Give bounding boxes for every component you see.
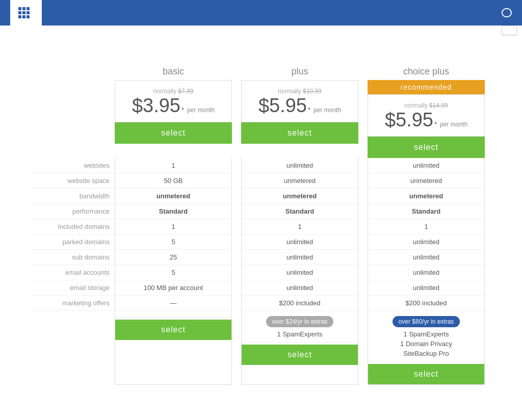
select-btn-top-plus[interactable]: select bbox=[241, 122, 358, 144]
cell-choice-plus-parked_domains: unlimited bbox=[368, 234, 484, 250]
price-dollar-basic: $3.95 bbox=[132, 95, 180, 117]
page-content: basicnormally $7.99$3.95*per monthselect… bbox=[0, 25, 522, 405]
feature-label-included_domains: included domains bbox=[31, 219, 115, 234]
cell-basic-sub_domains: 25 bbox=[115, 250, 231, 265]
price-row-choice-plus: $5.95*per month bbox=[376, 109, 476, 131]
extras-section-plus: over $24/yr in extras1 SpamExperts bbox=[242, 311, 358, 343]
cell-plus-website_space: unmetered bbox=[242, 173, 358, 189]
feature-label-website_space: website space bbox=[31, 173, 115, 189]
feature-label-performance: performance bbox=[31, 204, 115, 219]
price-dollar-plus: $5.95 bbox=[258, 95, 307, 117]
extra-item-choice-plus: SiteBackup Pro bbox=[370, 349, 482, 358]
feature-col-plus: unlimitedunmeteredunmeteredStandard1unli… bbox=[241, 158, 358, 385]
cell-choice-plus-email_storage: unlimited bbox=[368, 280, 484, 296]
cell-plus-email_storage: unlimited bbox=[242, 280, 358, 296]
normally-plus: normally $10.99 bbox=[250, 88, 350, 95]
feature-label-marketing_offers: marketing offers bbox=[31, 296, 115, 311]
feature-label-websites: websites bbox=[31, 158, 115, 173]
price-row-basic: $3.95*per month bbox=[123, 95, 223, 117]
cell-plus-bandwidth: unmetered bbox=[242, 189, 358, 204]
price-section-plus: normally $10.99$5.95*per month bbox=[241, 80, 358, 122]
price-per-basic: per month bbox=[187, 107, 215, 114]
cell-choice-plus-performance: Standard bbox=[368, 204, 484, 219]
cell-basic-websites: 1 bbox=[115, 158, 231, 173]
cell-basic-email_accounts: 5 bbox=[115, 265, 231, 280]
cell-plus-parked_domains: unlimited bbox=[242, 234, 358, 250]
plan-feature-columns: 150 GBunmeteredStandard15255100 MB per a… bbox=[115, 158, 491, 385]
cell-choice-plus-email_accounts: unlimited bbox=[368, 265, 484, 280]
features-area: websiteswebsite spacebandwidthperformanc… bbox=[31, 158, 491, 385]
cell-plus-websites: unlimited bbox=[242, 158, 358, 173]
price-dollar-choice-plus: $5.95 bbox=[385, 109, 433, 131]
cell-basic-bandwidth: unmetered bbox=[115, 189, 231, 204]
plan-col-plus: plusnormally $10.99$5.95*per monthselect bbox=[241, 61, 358, 158]
feature-col-basic: 150 GBunmeteredStandard15255100 MB per a… bbox=[115, 158, 232, 385]
plan-name-basic: basic bbox=[115, 61, 232, 80]
chat-bubble-icon bbox=[502, 8, 512, 17]
cell-plus-marketing_offers: $200 included bbox=[242, 296, 358, 311]
cell-basic-performance: Standard bbox=[115, 204, 231, 219]
have-questions-tooltip bbox=[502, 25, 517, 35]
recommended-badge-choice-plus: recommended bbox=[368, 80, 485, 94]
cell-plus-email_accounts: unlimited bbox=[242, 265, 358, 280]
select-btn-top-basic[interactable]: select bbox=[115, 122, 232, 144]
extras-section-choice-plus: over $80/yr in extras1 SpamExperts1 Doma… bbox=[368, 311, 484, 362]
price-asterisk-basic: * bbox=[181, 107, 184, 113]
feature-label-bandwidth: bandwidth bbox=[31, 189, 115, 204]
select-btn-bottom-basic[interactable]: select bbox=[115, 320, 231, 340]
price-per-choice-plus: per month bbox=[440, 121, 467, 128]
cell-choice-plus-sub_domains: unlimited bbox=[368, 250, 484, 265]
extras-badge-choice-plus: over $80/yr in extras bbox=[393, 316, 460, 327]
price-section-choice-plus: normally $14.99$5.95*per month bbox=[368, 94, 485, 137]
feature-col-choice-plus: unlimitedunmeteredunmeteredStandard1unli… bbox=[368, 158, 485, 385]
cell-choice-plus-websites: unlimited bbox=[368, 158, 484, 173]
plan-col-basic: basicnormally $7.99$3.95*per monthselect bbox=[115, 61, 232, 158]
plan-name-choice-plus: choice plus bbox=[368, 61, 485, 80]
extras-section-basic bbox=[115, 311, 231, 318]
header bbox=[0, 0, 522, 25]
cell-choice-plus-bandwidth: unmetered bbox=[368, 189, 484, 204]
plans-top-section: basicnormally $7.99$3.95*per monthselect… bbox=[31, 61, 491, 158]
cell-plus-performance: Standard bbox=[242, 204, 358, 219]
extra-item-choice-plus: 1 Domain Privacy bbox=[370, 339, 482, 349]
price-asterisk-choice-plus: * bbox=[434, 121, 437, 127]
select-btn-bottom-choice-plus[interactable]: select bbox=[368, 364, 484, 384]
price-row-plus: $5.95*per month bbox=[250, 95, 350, 117]
cell-basic-email_storage: 100 MB per account bbox=[115, 280, 231, 296]
cell-basic-marketing_offers: — bbox=[115, 296, 231, 311]
select-btn-top-choice-plus[interactable]: select bbox=[368, 137, 485, 158]
label-spacer bbox=[31, 61, 115, 158]
cell-basic-included_domains: 1 bbox=[115, 219, 231, 234]
extra-item-choice-plus: 1 SpamExperts bbox=[370, 329, 482, 339]
cell-choice-plus-website_space: unmetered bbox=[368, 173, 484, 189]
cell-choice-plus-included_domains: 1 bbox=[368, 219, 484, 234]
cell-basic-parked_domains: 5 bbox=[115, 234, 231, 250]
normally-basic: normally $7.99 bbox=[123, 88, 223, 95]
price-per-plus: per month bbox=[314, 107, 341, 114]
plan-headers: basicnormally $7.99$3.95*per monthselect… bbox=[115, 61, 485, 158]
cell-plus-sub_domains: unlimited bbox=[242, 250, 358, 265]
normally-choice-plus: normally $14.99 bbox=[376, 102, 476, 109]
select-btn-bottom-plus[interactable]: select bbox=[242, 345, 358, 365]
chat-button[interactable] bbox=[499, 8, 512, 17]
feature-label-parked_domains: parked domains bbox=[31, 234, 115, 250]
feature-label-email_accounts: email accounts bbox=[31, 265, 115, 280]
extras-badge-plus: over $24/yr in extras bbox=[266, 316, 334, 327]
logo-grid-icon bbox=[18, 7, 30, 18]
plan-name-plus: plus bbox=[241, 61, 358, 80]
cell-choice-plus-marketing_offers: $200 included bbox=[368, 296, 484, 311]
feature-labels: websiteswebsite spacebandwidthperformanc… bbox=[31, 158, 115, 385]
plan-col-choice-plus: choice plusrecommendednormally $14.99$5.… bbox=[368, 61, 485, 158]
logo-container bbox=[10, 0, 42, 25]
feature-label-email_storage: email storage bbox=[31, 280, 115, 296]
price-asterisk-plus: * bbox=[308, 107, 310, 113]
extra-item-plus: 1 SpamExperts bbox=[244, 329, 356, 339]
price-section-basic: normally $7.99$3.95*per month bbox=[115, 80, 232, 122]
cell-plus-included_domains: 1 bbox=[242, 219, 358, 234]
feature-label-sub_domains: sub domains bbox=[31, 250, 115, 265]
cell-basic-website_space: 50 GB bbox=[115, 173, 231, 189]
